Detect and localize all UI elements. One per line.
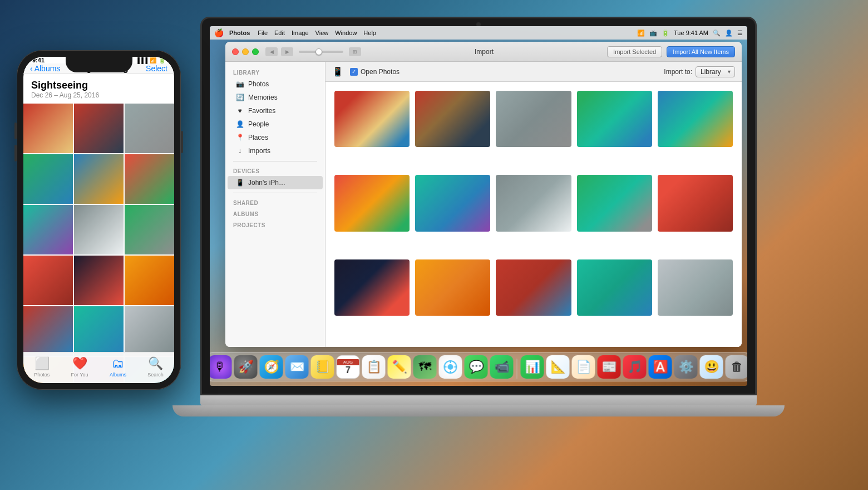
iphone-notch bbox=[66, 57, 132, 72]
menubar-view[interactable]: View bbox=[315, 30, 329, 36]
photo-cell-13[interactable] bbox=[496, 259, 571, 316]
open-photos-checkbox-group[interactable]: ✓ Open Photos bbox=[350, 68, 400, 76]
import-all-button[interactable]: Import All New Items bbox=[667, 46, 735, 57]
sidebar-item-photos[interactable]: 📷 Photos bbox=[228, 77, 323, 91]
iphone-photo-12[interactable] bbox=[125, 256, 174, 305]
menubar-edit[interactable]: Edit bbox=[274, 30, 285, 36]
window-maximize-button[interactable] bbox=[252, 48, 259, 55]
sidebar-item-memories[interactable]: 🔄 Memories bbox=[228, 91, 323, 104]
window-forward-btn[interactable]: ▶ bbox=[281, 47, 293, 56]
open-photos-checkbox[interactable]: ✓ bbox=[350, 68, 358, 76]
iphone-tab-foryou-label: For You bbox=[71, 372, 88, 378]
photo-cell-11[interactable] bbox=[334, 259, 410, 316]
photo-cell-4[interactable] bbox=[577, 91, 652, 147]
account-icon[interactable]: 👤 bbox=[725, 30, 733, 37]
dock-music[interactable]: 🎵 bbox=[623, 355, 647, 379]
sidebar-item-places[interactable]: 📍 Places bbox=[228, 131, 323, 144]
photo-cell-9[interactable] bbox=[577, 175, 652, 231]
photo-cell-15[interactable] bbox=[658, 259, 733, 316]
window-traffic-lights bbox=[232, 48, 259, 55]
dock-messages[interactable]: 💬 bbox=[465, 355, 488, 379]
open-photos-label: Open Photos bbox=[361, 68, 400, 76]
iphone-tab-photos[interactable]: ⬜ Photos bbox=[34, 356, 50, 378]
photos-window: ◀ ▶ ⊞ Import Import Selected Import All … bbox=[225, 42, 742, 347]
iphone-photo-8[interactable] bbox=[74, 205, 124, 254]
photo-cell-12[interactable] bbox=[415, 259, 490, 316]
iphone-photo-2[interactable] bbox=[74, 104, 124, 153]
dock-trash[interactable]: 🗑 bbox=[726, 355, 748, 379]
iphone-photo-6[interactable] bbox=[125, 154, 174, 204]
iphone-photo-10[interactable] bbox=[23, 256, 73, 305]
window-grid-btn[interactable]: ⊞ bbox=[349, 47, 361, 56]
iphone-photo-15[interactable] bbox=[125, 306, 174, 356]
zoom-slider[interactable] bbox=[299, 51, 343, 53]
iphone-photo-4[interactable] bbox=[23, 154, 73, 204]
iphone-photo-13[interactable] bbox=[23, 306, 73, 356]
dock-reminders[interactable]: 📋 bbox=[362, 355, 386, 379]
dock-appstore[interactable]: 🅰️ bbox=[649, 355, 672, 379]
dock-notes[interactable]: 📒 bbox=[311, 355, 334, 379]
sidebar-item-favorites[interactable]: ♥ Favorites bbox=[228, 104, 323, 117]
photo-cell-1[interactable] bbox=[334, 91, 410, 147]
iphone-photo-1[interactable] bbox=[23, 104, 73, 153]
photo-12 bbox=[415, 259, 490, 316]
import-selected-button[interactable]: Import Selected bbox=[607, 46, 662, 57]
search-menubar-icon[interactable]: 🔍 bbox=[713, 30, 721, 37]
sidebar-item-device[interactable]: 📱 John's iPh… bbox=[228, 176, 323, 189]
dock-calendar[interactable]: AUG7 bbox=[337, 355, 360, 379]
dock-finder[interactable]: 😃 bbox=[700, 355, 723, 379]
dock-maps[interactable]: 🗺 bbox=[413, 355, 437, 379]
iphone-select-button[interactable]: Select bbox=[146, 64, 167, 73]
dock-siri[interactable]: 🎙 bbox=[210, 355, 232, 379]
iphone-tab-foryou[interactable]: ❤️ For You bbox=[71, 356, 88, 378]
window-back-btn[interactable]: ◀ bbox=[265, 47, 278, 56]
iphone-back-button[interactable]: ‹ Albums bbox=[30, 64, 60, 73]
dock-mail[interactable]: ✉️ bbox=[285, 355, 309, 379]
dock-safari[interactable]: 🧭 bbox=[260, 355, 283, 379]
menubar-right-icons: 📶 📺 🔋 Tue 9:41 AM 🔍 👤 ☰ bbox=[637, 30, 743, 37]
dock-keynote[interactable]: 📐 bbox=[546, 355, 570, 379]
dock-settings[interactable]: ⚙️ bbox=[674, 355, 698, 379]
dock-news[interactable]: 📰 bbox=[598, 355, 621, 379]
battery-menubar-icon: 🔋 bbox=[662, 30, 669, 37]
iphone-photo-7[interactable] bbox=[23, 205, 73, 254]
photo-cell-6[interactable] bbox=[334, 175, 410, 231]
macbook-device: 🍎 Photos File Edit Image View Window Hel… bbox=[172, 17, 785, 473]
window-close-button[interactable] bbox=[232, 48, 239, 55]
dock-facetime[interactable]: 📹 bbox=[490, 355, 514, 379]
photo-cell-5[interactable] bbox=[658, 91, 733, 147]
photo-cell-7[interactable] bbox=[415, 175, 490, 231]
sidebar-devices-label: Devices bbox=[225, 165, 325, 176]
menubar-file[interactable]: File bbox=[258, 30, 268, 36]
dock-freeform[interactable]: ✏️ bbox=[388, 355, 411, 379]
photo-cell-2[interactable] bbox=[415, 91, 490, 147]
sidebar-item-people[interactable]: 👤 People bbox=[228, 117, 323, 131]
photo-1 bbox=[334, 91, 410, 147]
apple-menu[interactable]: 🍎 bbox=[214, 28, 224, 37]
iphone-photo-14[interactable] bbox=[74, 306, 124, 356]
photo-cell-8[interactable] bbox=[496, 175, 571, 231]
menu-icon[interactable]: ☰ bbox=[737, 30, 743, 37]
sidebar-item-imports[interactable]: ↓ Imports bbox=[228, 144, 323, 158]
photo-cell-14[interactable] bbox=[577, 259, 652, 316]
dock-photos[interactable] bbox=[439, 355, 462, 379]
menubar-image[interactable]: Image bbox=[292, 30, 309, 36]
import-to-select[interactable]: Library Album bbox=[696, 66, 735, 77]
iphone-photo-5[interactable] bbox=[74, 154, 124, 204]
iphone-photo-11[interactable] bbox=[74, 256, 124, 305]
window-titlebar: ◀ ▶ ⊞ Import Import Selected Import All … bbox=[225, 42, 742, 62]
photo-cell-10[interactable] bbox=[658, 175, 733, 231]
macbook-bezel: 🍎 Photos File Edit Image View Window Hel… bbox=[200, 17, 757, 395]
photo-cell-3[interactable] bbox=[496, 91, 571, 147]
iphone-photo-3[interactable] bbox=[125, 104, 174, 153]
dock-launchpad[interactable]: 🚀 bbox=[234, 355, 258, 379]
dock-pages[interactable]: 📄 bbox=[572, 355, 595, 379]
window-minimize-button[interactable] bbox=[242, 48, 249, 55]
sidebar-photos-label: Photos bbox=[248, 80, 269, 88]
iphone-photo-9[interactable] bbox=[125, 205, 174, 254]
iphone-tab-search[interactable]: 🔍 Search bbox=[147, 356, 164, 378]
menubar-help[interactable]: Help bbox=[363, 30, 376, 36]
menubar-window[interactable]: Window bbox=[335, 30, 357, 36]
iphone-tab-albums[interactable]: 🗂 Albums bbox=[110, 356, 126, 378]
dock-numbers[interactable]: 📊 bbox=[521, 355, 544, 379]
